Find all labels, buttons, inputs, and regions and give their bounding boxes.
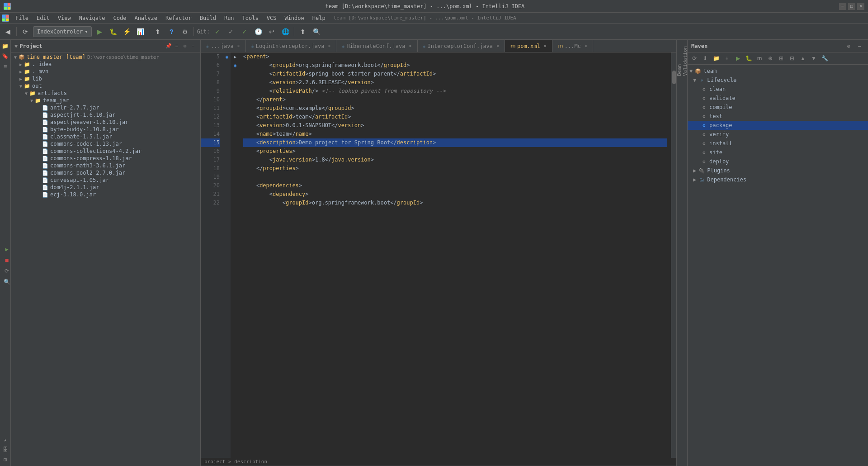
code-content[interactable]: <parent> <groupId>org.springframework.bo… bbox=[240, 52, 671, 458]
run-button[interactable]: ▶ bbox=[94, 26, 105, 38]
bean-validation-tab[interactable]: Bean Validation bbox=[677, 40, 688, 76]
menu-vcs[interactable]: VCS bbox=[263, 14, 280, 22]
panel-collapse-icon[interactable]: ≡ bbox=[173, 43, 180, 50]
tree-root[interactable]: ▼ 📦 time_master [team] D:\workspace\time… bbox=[11, 53, 200, 61]
maven-download-btn[interactable]: ⬇ bbox=[700, 53, 710, 63]
tree-jar-aspectjweaver[interactable]: 📄 aspectjweaver-1.6.10.jar bbox=[11, 119, 200, 126]
tree-lib[interactable]: ▶ 📁 lib bbox=[11, 75, 200, 82]
tree-jar-commonscompress[interactable]: 📄 commons-compress-1.18.jar bbox=[11, 155, 200, 162]
menu-tools[interactable]: Tools bbox=[239, 14, 262, 22]
tree-jar-aspectjrt[interactable]: 📄 aspectjrt-1.6.10.jar bbox=[11, 111, 200, 119]
help-button[interactable]: ? bbox=[165, 26, 177, 38]
tree-jar-classmate[interactable]: 📄 classmate-1.5.1.jar bbox=[11, 133, 200, 140]
tree-jar-dom4j[interactable]: 📄 dom4j-2.1.1.jar bbox=[11, 184, 200, 191]
maven-phase-validate[interactable]: ⚙ validate bbox=[688, 94, 868, 103]
tree-artifacts[interactable]: ▼ 📁 artifacts bbox=[11, 90, 200, 97]
sync-button[interactable]: ⟳ bbox=[19, 26, 31, 38]
settings-button[interactable]: ⚙ bbox=[179, 26, 191, 38]
maven-phase-test[interactable]: ⚙ test bbox=[688, 112, 868, 121]
menu-build[interactable]: Build bbox=[196, 14, 220, 22]
tab-login-close[interactable]: × bbox=[328, 43, 330, 48]
structure2-icon[interactable]: ⊞ bbox=[1, 455, 10, 464]
maven-dependencies-group[interactable]: ▶ 🗂 Dependencies bbox=[688, 175, 868, 184]
maven-phase-deploy[interactable]: ⚙ deploy bbox=[688, 157, 868, 166]
run-with-coverage-button[interactable]: ⚡ bbox=[121, 26, 132, 38]
maximize-button[interactable]: □ bbox=[848, 3, 855, 10]
menu-analyze[interactable]: Analyze bbox=[131, 14, 161, 22]
menu-code[interactable]: Code bbox=[110, 14, 130, 22]
bookmarks-icon[interactable]: 🔖 bbox=[1, 52, 10, 61]
tree-mvn[interactable]: ▶ 📁 . mvn bbox=[11, 68, 200, 75]
close-button[interactable]: × bbox=[857, 3, 864, 10]
git-history-button[interactable]: 🕐 bbox=[252, 26, 264, 38]
maven-expand-btn[interactable]: ⊞ bbox=[776, 53, 786, 63]
tree-jar-bytebuddy[interactable]: 📄 byte-buddy-1.10.8.jar bbox=[11, 126, 200, 133]
tree-jar-curvesapi[interactable]: 📄 curvesapi-1.05.jar bbox=[11, 176, 200, 184]
maven-threads-btn[interactable]: ⊕ bbox=[765, 53, 775, 63]
tab-java-anon-close[interactable]: × bbox=[237, 43, 240, 48]
menu-refactor[interactable]: Refactor bbox=[162, 14, 195, 22]
debug-button[interactable]: 🐛 bbox=[107, 26, 119, 38]
maven-phase-clean[interactable]: ⚙ clean bbox=[688, 85, 868, 94]
maven-phase-compile[interactable]: ⚙ compile bbox=[688, 103, 868, 112]
maven-minimize-icon[interactable]: − bbox=[854, 41, 864, 51]
tab-interceptor-conf[interactable]: ☕ InterceptorConf.java × bbox=[418, 40, 505, 52]
project-icon[interactable]: 📁 bbox=[1, 42, 10, 51]
git-revert-button[interactable]: ↩ bbox=[266, 26, 278, 38]
structure-icon[interactable]: ≡ bbox=[1, 62, 10, 71]
tree-jar-commonscodec[interactable]: 📄 commons-codec-1.13.jar bbox=[11, 140, 200, 147]
tree-out[interactable]: ▼ 📁 out bbox=[11, 82, 200, 90]
tree-jar-commonspool[interactable]: 📄 commons-pool2-2.7.0.jar bbox=[11, 169, 200, 176]
tree-team-jar[interactable]: ▼ 📁 team_jar bbox=[11, 97, 200, 104]
git-push-button[interactable]: ⬆ bbox=[297, 26, 309, 38]
panel-pin-icon[interactable]: 📌 bbox=[165, 43, 172, 50]
menu-run[interactable]: Run bbox=[221, 14, 238, 22]
maven-m-btn[interactable]: m bbox=[755, 53, 764, 63]
tab-java-anon[interactable]: ☕ ...java × bbox=[201, 40, 246, 52]
menu-edit[interactable]: Edit bbox=[33, 14, 53, 22]
maven-phase-install[interactable]: ⚙ install bbox=[688, 139, 868, 148]
tree-jar-antlr[interactable]: 📄 antlr-2.7.7.jar bbox=[11, 104, 200, 111]
panel-minimize-icon[interactable]: − bbox=[189, 43, 197, 50]
favorites-icon[interactable]: ★ bbox=[1, 435, 10, 444]
tree-idea[interactable]: ▶ 📁 . idea bbox=[11, 61, 200, 68]
tab-hibernate-conf[interactable]: ☕ HibernateConf.java × bbox=[336, 40, 417, 52]
maven-collapse-btn[interactable]: ⊟ bbox=[787, 53, 797, 63]
tab-pom-close[interactable]: × bbox=[544, 43, 547, 48]
tree-jar-commonsmath[interactable]: 📄 commons-math3-3.6.1.jar bbox=[11, 162, 200, 169]
menu-file[interactable]: File bbox=[12, 14, 32, 22]
tab-login-interceptor[interactable]: ☕ LoginInterceptor.java × bbox=[246, 40, 337, 52]
find-button[interactable]: 🔍 bbox=[311, 26, 322, 38]
maven-lifecycle-group[interactable]: ▼ ⚡ Lifecycle bbox=[688, 76, 868, 85]
maven-run-btn[interactable]: ▶ bbox=[733, 53, 743, 63]
maven-phase-package[interactable]: ⚙ package bbox=[688, 121, 868, 130]
maven-settings-icon[interactable]: ⚙ bbox=[844, 41, 854, 51]
maven-folder-btn[interactable]: 📁 bbox=[711, 53, 721, 63]
git-check-button[interactable]: ✓ bbox=[212, 26, 223, 38]
maven-wrench-btn[interactable]: 🔧 bbox=[820, 53, 830, 63]
tab-pom-xml[interactable]: 𝕞 pom.xml × bbox=[505, 40, 552, 52]
git-cross-button[interactable]: ✓ bbox=[225, 26, 237, 38]
back-button[interactable]: ◀ bbox=[2, 26, 14, 38]
maven-plugins-group[interactable]: ▶ 🔌 Plugins bbox=[688, 166, 868, 175]
profile-button[interactable]: 📊 bbox=[134, 26, 146, 38]
minimize-button[interactable]: − bbox=[839, 3, 846, 10]
menu-view[interactable]: View bbox=[54, 14, 75, 22]
persistence-icon[interactable]: 🗄 bbox=[1, 445, 10, 454]
menu-window[interactable]: Window bbox=[281, 14, 307, 22]
maven-phase-site[interactable]: ⚙ site bbox=[688, 148, 868, 157]
tree-jar-ecj[interactable]: 📄 ecj-3.18.0.jar bbox=[11, 191, 200, 198]
tab-mc-close[interactable]: × bbox=[585, 43, 587, 48]
git-remote-button[interactable]: 🌐 bbox=[279, 26, 291, 38]
git-update-button[interactable]: ✓ bbox=[239, 26, 250, 38]
tab-mc[interactable]: 𝕞 ...Mc × bbox=[552, 40, 593, 52]
maven-add-btn[interactable]: + bbox=[722, 53, 732, 63]
maven-down-btn[interactable]: ▼ bbox=[809, 53, 819, 63]
maven-phase-verify[interactable]: ⚙ verify bbox=[688, 130, 868, 139]
update-button[interactable]: ⬆ bbox=[152, 26, 164, 38]
tab-interceptor-close[interactable]: × bbox=[496, 43, 499, 48]
maven-up-btn[interactable]: ▲ bbox=[798, 53, 808, 63]
menu-help[interactable]: Help bbox=[309, 14, 329, 22]
tab-hibernate-close[interactable]: × bbox=[409, 43, 412, 48]
run-config-dropdown[interactable]: IndexControler ▾ bbox=[33, 26, 92, 37]
